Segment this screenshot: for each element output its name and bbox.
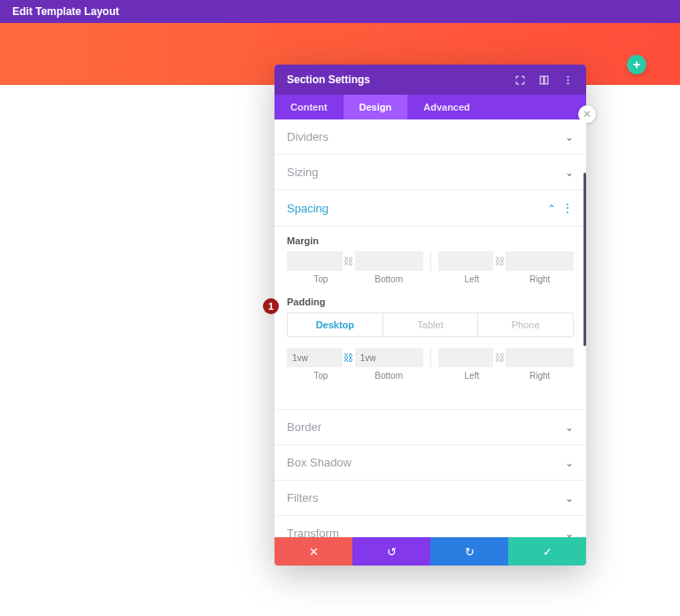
sub-right: Right xyxy=(506,274,574,284)
padding-label: Padding xyxy=(287,296,574,307)
kebab-icon[interactable]: ⋮ xyxy=(561,201,574,215)
margin-label: Margin xyxy=(287,235,574,246)
chevron-down-icon: ⌄ xyxy=(565,527,574,538)
svg-point-4 xyxy=(568,82,569,84)
margin-bottom-input[interactable] xyxy=(355,251,423,271)
sub-top: Top xyxy=(287,371,355,381)
add-section-button[interactable]: + xyxy=(627,55,646,74)
save-button[interactable]: ✓ xyxy=(508,537,586,566)
link-icon-active[interactable]: ⛓ xyxy=(343,352,355,363)
accordion-boxshadow[interactable]: Box Shadow⌄ xyxy=(274,445,586,481)
sub-bottom: Bottom xyxy=(355,371,423,381)
sub-top: Top xyxy=(287,274,355,284)
tab-spacer xyxy=(486,95,586,119)
accordion-dividers[interactable]: Dividers⌄ xyxy=(274,119,586,155)
margin-left-input[interactable] xyxy=(438,251,494,271)
chevron-down-icon: ⌄ xyxy=(565,492,574,504)
svg-rect-1 xyxy=(545,76,548,84)
margin-inputs: ⛓Top Bottom ⛓Left Right xyxy=(287,251,574,284)
sub-left: Left xyxy=(438,371,506,381)
accordion-sizing[interactable]: Sizing⌄ xyxy=(274,155,586,190)
sub-left: Left xyxy=(438,274,506,284)
link-icon[interactable]: ⛓ xyxy=(343,256,355,266)
divider xyxy=(430,348,431,367)
snap-icon[interactable] xyxy=(538,74,550,86)
padding-bottom-input[interactable] xyxy=(355,348,423,367)
accordion-transform[interactable]: Transform⌄ xyxy=(274,516,586,537)
undo-button[interactable]: ↺ xyxy=(352,537,430,566)
accordion-spacing[interactable]: Spacing⌃⋮ xyxy=(274,190,586,227)
annotation-badge: 1 xyxy=(263,298,279,314)
modal-body: Dividers⌄ Sizing⌄ Spacing⌃⋮ Margin ⛓Top … xyxy=(274,119,586,537)
chevron-down-icon: ⌄ xyxy=(565,166,574,179)
page-title: Edit Template Layout xyxy=(12,5,119,18)
svg-point-3 xyxy=(568,79,569,81)
device-tabs: Desktop Tablet Phone xyxy=(287,312,574,337)
kebab-icon[interactable] xyxy=(562,74,574,86)
scrollbar-thumb[interactable] xyxy=(583,173,586,346)
device-phone[interactable]: Phone xyxy=(478,313,573,336)
padding-left-input[interactable] xyxy=(438,348,494,367)
sub-bottom: Bottom xyxy=(355,274,423,284)
padding-right-input[interactable] xyxy=(506,348,574,367)
svg-rect-0 xyxy=(540,76,544,84)
modal-title: Section Settings xyxy=(287,73,370,86)
spacing-panel: Margin ⛓Top Bottom ⛓Left Right Padding D… xyxy=(274,227,586,410)
link-icon[interactable]: ⛓ xyxy=(493,352,506,363)
modal-header: Section Settings xyxy=(274,65,586,95)
svg-point-2 xyxy=(568,75,569,77)
divider xyxy=(430,251,431,271)
tab-design[interactable]: Design xyxy=(344,95,408,119)
sub-right: Right xyxy=(506,371,574,381)
expand-icon[interactable] xyxy=(514,74,526,86)
chevron-down-icon: ⌄ xyxy=(565,457,574,469)
modal-tabs: Content Design Advanced xyxy=(274,95,586,119)
cancel-button[interactable]: ✕ xyxy=(274,537,352,566)
modal-footer: ✕ ↺ ↻ ✓ xyxy=(274,537,586,566)
device-desktop[interactable]: Desktop xyxy=(288,313,383,336)
chevron-down-icon: ⌄ xyxy=(565,421,574,434)
link-icon[interactable]: ⛓ xyxy=(493,256,506,266)
tab-content[interactable]: Content xyxy=(274,95,344,119)
margin-right-input[interactable] xyxy=(506,251,574,271)
tab-advanced[interactable]: Advanced xyxy=(407,95,486,119)
accordion-border[interactable]: Border⌄ xyxy=(274,410,586,445)
settings-modal: Section Settings Content Design Advanced… xyxy=(274,65,586,566)
top-bar: Edit Template Layout xyxy=(0,0,680,23)
device-tablet[interactable]: Tablet xyxy=(383,313,479,336)
redo-button[interactable]: ↻ xyxy=(430,537,508,566)
padding-top-input[interactable] xyxy=(287,348,343,367)
chevron-down-icon: ⌄ xyxy=(565,131,574,143)
margin-top-input[interactable] xyxy=(287,251,343,271)
accordion-filters[interactable]: Filters⌄ xyxy=(274,481,586,516)
chevron-up-icon: ⌃ xyxy=(547,203,556,215)
padding-inputs: ⛓Top Bottom ⛓Left Right xyxy=(287,348,574,381)
